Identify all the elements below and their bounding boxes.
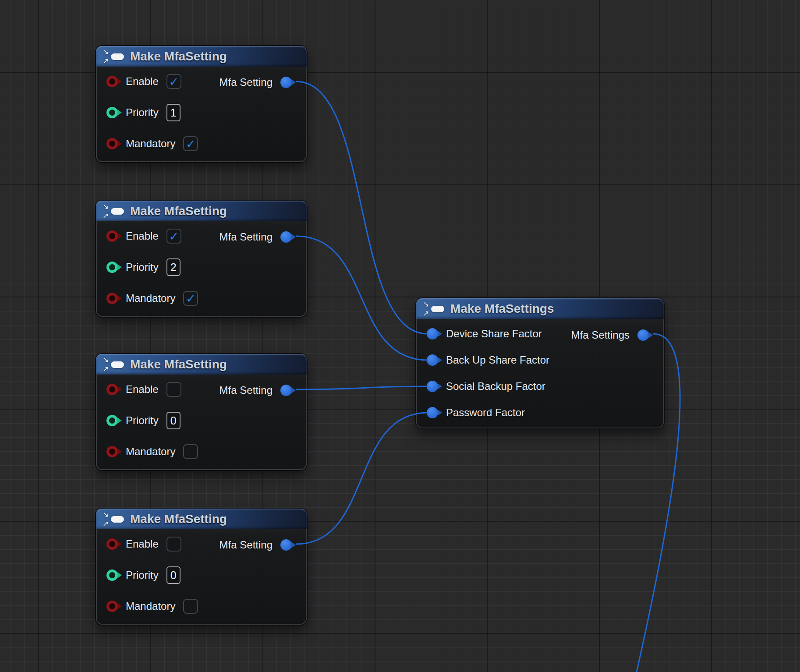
mandatory-checkbox[interactable]: ✓ bbox=[183, 291, 198, 306]
arrow-up-right-icon: ↗ bbox=[103, 57, 109, 65]
struct-pin-password-factor[interactable] bbox=[427, 407, 438, 418]
struct-pin-mfa-setting-out[interactable] bbox=[280, 385, 292, 396]
pin-label-enable: Enable bbox=[126, 538, 159, 550]
make-struct-icon: ↘ ↗ bbox=[102, 48, 126, 65]
pin-label-device-share-factor: Device Share Factor bbox=[446, 328, 542, 340]
checkmark-icon: ✓ bbox=[169, 76, 179, 88]
arrow-up-right-icon: ↗ bbox=[103, 520, 109, 527]
pin-label-mandatory: Mandatory bbox=[126, 600, 175, 612]
node-title: Make MfaSetting bbox=[130, 50, 227, 64]
make-struct-icon: ↘ ↗ bbox=[102, 510, 126, 528]
node-make-mfasettings[interactable]: ↘ ↗ Make MfaSettings Device Share Factor… bbox=[416, 298, 664, 428]
arrow-down-right-icon: ↘ bbox=[103, 356, 109, 364]
struct-pill-icon bbox=[111, 208, 124, 215]
struct-pin-back-up-share-factor[interactable] bbox=[427, 354, 438, 366]
node-make-mfasetting-3[interactable]: ↘ ↗ Make MfaSetting Enable Priority 0 Ma… bbox=[96, 354, 307, 470]
struct-pill-icon bbox=[431, 306, 444, 312]
pin-label-mfa-settings: Mfa Settings bbox=[571, 329, 630, 341]
checkmark-icon: ✓ bbox=[169, 230, 179, 242]
wire-mfasetting3-to-social-backup-factor[interactable] bbox=[296, 386, 428, 389]
bool-pin-mandatory[interactable] bbox=[106, 446, 118, 457]
checkmark-icon: ✓ bbox=[186, 138, 196, 150]
struct-pill-icon bbox=[111, 53, 124, 60]
struct-pin-mfa-setting-out[interactable] bbox=[280, 231, 292, 243]
priority-input[interactable]: 0 bbox=[166, 412, 181, 429]
pin-label-mfa-setting: Mfa Setting bbox=[219, 76, 273, 88]
priority-input[interactable]: 1 bbox=[166, 104, 181, 121]
bool-pin-enable[interactable] bbox=[106, 230, 118, 242]
pin-label-enable: Enable bbox=[126, 75, 159, 88]
bool-pin-mandatory[interactable] bbox=[106, 293, 118, 304]
priority-input[interactable]: 0 bbox=[166, 566, 181, 584]
checkmark-icon: ✓ bbox=[186, 293, 196, 304]
arrow-up-right-icon: ↗ bbox=[103, 212, 109, 219]
wire-mfasetting2-to-back-up-share-factor[interactable] bbox=[296, 236, 428, 360]
node-header[interactable]: ↘ ↗ Make MfaSetting bbox=[96, 201, 307, 221]
bool-pin-enable[interactable] bbox=[106, 384, 118, 395]
node-header[interactable]: ↘ ↗ Make MfaSetting bbox=[96, 354, 307, 375]
pin-label-password-factor: Password Factor bbox=[446, 407, 525, 419]
bool-pin-enable[interactable] bbox=[106, 76, 118, 87]
blueprint-graph-canvas[interactable]: ↘ ↗ Make MfaSetting Enable ✓ Priority 1 … bbox=[0, 0, 800, 672]
arrow-down-right-icon: ↘ bbox=[103, 48, 109, 56]
wire-mfasetting1-to-device-share-factor[interactable] bbox=[296, 81, 428, 334]
node-make-mfasetting-4[interactable]: ↘ ↗ Make MfaSetting Enable Priority 0 Ma… bbox=[96, 509, 307, 625]
struct-pin-device-share-factor[interactable] bbox=[427, 328, 438, 340]
make-struct-icon: ↘ ↗ bbox=[102, 356, 126, 373]
arrow-down-right-icon: ↘ bbox=[423, 301, 429, 308]
enable-checkbox[interactable] bbox=[166, 537, 181, 552]
pin-label-mfa-setting: Mfa Setting bbox=[219, 231, 273, 243]
struct-pin-mfa-settings-out[interactable] bbox=[637, 329, 649, 341]
int-pin-priority[interactable] bbox=[106, 569, 118, 581]
pin-label-back-up-share-factor: Back Up Share Factor bbox=[446, 354, 549, 366]
pin-label-mandatory: Mandatory bbox=[126, 138, 175, 150]
pin-label-enable: Enable bbox=[126, 383, 159, 396]
node-title: Make MfaSettings bbox=[450, 302, 554, 316]
pin-label-mfa-setting: Mfa Setting bbox=[219, 539, 273, 551]
arrow-up-right-icon: ↗ bbox=[103, 365, 109, 373]
wire-mfasetting4-to-password-factor[interactable] bbox=[296, 413, 428, 544]
int-pin-priority[interactable] bbox=[106, 262, 118, 273]
node-make-mfasetting-1[interactable]: ↘ ↗ Make MfaSetting Enable ✓ Priority 1 … bbox=[96, 46, 307, 162]
node-title: Make MfaSetting bbox=[130, 204, 227, 218]
pin-label-mandatory: Mandatory bbox=[126, 446, 175, 458]
mandatory-checkbox[interactable]: ✓ bbox=[183, 136, 198, 151]
pin-label-priority: Priority bbox=[126, 569, 159, 581]
node-title: Make MfaSetting bbox=[130, 357, 227, 371]
bool-pin-enable[interactable] bbox=[106, 538, 118, 550]
pin-label-priority: Priority bbox=[126, 106, 159, 119]
priority-input[interactable]: 2 bbox=[166, 258, 181, 276]
enable-checkbox[interactable] bbox=[166, 382, 181, 397]
struct-pin-social-backup-factor[interactable] bbox=[427, 381, 438, 392]
make-struct-icon: ↘ ↗ bbox=[102, 202, 126, 220]
enable-checkbox[interactable]: ✓ bbox=[166, 74, 181, 89]
bool-pin-mandatory[interactable] bbox=[106, 138, 118, 149]
pin-label-priority: Priority bbox=[126, 414, 159, 427]
node-header[interactable]: ↘ ↗ Make MfaSetting bbox=[96, 46, 307, 67]
node-title: Make MfaSetting bbox=[130, 512, 227, 526]
pin-label-social-backup-factor: Social Backup Factor bbox=[446, 380, 545, 393]
arrow-down-right-icon: ↘ bbox=[103, 511, 109, 518]
struct-pin-mfa-setting-out[interactable] bbox=[280, 77, 292, 88]
bool-pin-mandatory[interactable] bbox=[106, 601, 118, 612]
mandatory-checkbox[interactable] bbox=[183, 599, 198, 614]
struct-pill-icon bbox=[111, 361, 124, 368]
node-header[interactable]: ↘ ↗ Make MfaSetting bbox=[96, 509, 307, 529]
arrow-up-right-icon: ↗ bbox=[423, 310, 429, 317]
arrow-down-right-icon: ↘ bbox=[103, 203, 109, 210]
pin-label-priority: Priority bbox=[126, 261, 159, 273]
node-header[interactable]: ↘ ↗ Make MfaSettings bbox=[416, 298, 664, 319]
node-make-mfasetting-2[interactable]: ↘ ↗ Make MfaSetting Enable ✓ Priority 2 … bbox=[96, 201, 307, 317]
mandatory-checkbox[interactable] bbox=[183, 444, 198, 459]
make-struct-icon: ↘ ↗ bbox=[422, 300, 446, 318]
pin-label-mandatory: Mandatory bbox=[126, 292, 175, 304]
int-pin-priority[interactable] bbox=[106, 107, 118, 118]
pin-label-enable: Enable bbox=[126, 230, 159, 242]
struct-pin-mfa-setting-out[interactable] bbox=[280, 539, 292, 551]
pin-label-mfa-setting: Mfa Setting bbox=[219, 384, 273, 396]
struct-pill-icon bbox=[111, 516, 124, 523]
int-pin-priority[interactable] bbox=[106, 415, 118, 426]
enable-checkbox[interactable]: ✓ bbox=[166, 229, 181, 244]
